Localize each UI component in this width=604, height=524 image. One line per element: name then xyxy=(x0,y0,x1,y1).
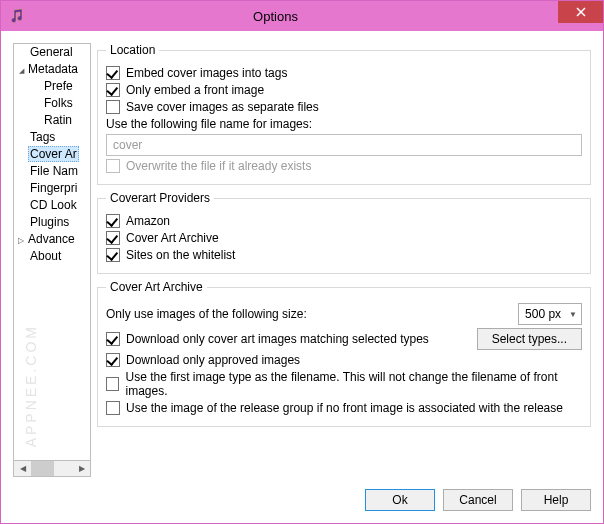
download-types-label: Download only cover art images matching … xyxy=(126,332,429,346)
tree-expand-icon[interactable]: ▷ xyxy=(16,232,26,249)
filename-input-row xyxy=(106,134,582,156)
tree-item[interactable]: Tags xyxy=(14,129,90,146)
whitelist-checkbox[interactable] xyxy=(106,248,120,262)
save-separate-checkbox[interactable] xyxy=(106,100,120,114)
size-value: 500 px xyxy=(525,307,561,321)
size-label: Only use images of the following size: xyxy=(106,307,307,321)
download-approved-checkbox[interactable] xyxy=(106,353,120,367)
options-window: Options General◢MetadataPrefeFolksRatinT… xyxy=(0,0,604,524)
scroll-thumb[interactable] xyxy=(31,461,54,476)
close-icon xyxy=(576,7,586,17)
use-release-group-row: Use the image of the release group if no… xyxy=(106,401,582,415)
tree-item-label: Ratin xyxy=(42,113,74,127)
filename-label: Use the following file name for images: xyxy=(106,117,312,131)
tree-item[interactable]: ▷Advance xyxy=(14,231,90,248)
download-types-row: Download only cover art images matching … xyxy=(106,328,582,350)
tree-item[interactable]: Folks xyxy=(14,95,90,112)
caa-provider-row: Cover Art Archive xyxy=(106,231,582,245)
use-first-type-checkbox[interactable] xyxy=(106,377,119,391)
caa-provider-label: Cover Art Archive xyxy=(126,231,219,245)
caa-legend: Cover Art Archive xyxy=(106,280,207,294)
tree-item[interactable]: ◢Metadata xyxy=(14,61,90,78)
tree-item[interactable]: Prefe xyxy=(14,78,90,95)
amazon-label: Amazon xyxy=(126,214,170,228)
tree-item[interactable]: Plugins xyxy=(14,214,90,231)
amazon-row: Amazon xyxy=(106,214,582,228)
tree-item-label: Metadata xyxy=(26,62,80,76)
overwrite-row: Overwrite the file if it already exists xyxy=(106,159,582,173)
embed-label: Embed cover images into tags xyxy=(126,66,287,80)
help-button[interactable]: Help xyxy=(521,489,591,511)
tree-item-label: Prefe xyxy=(42,79,75,93)
overwrite-label: Overwrite the file if it already exists xyxy=(126,159,311,173)
tree-wrap: General◢MetadataPrefeFolksRatinTagsCover… xyxy=(13,43,91,477)
tree-hscrollbar[interactable]: ◀ ▶ xyxy=(13,461,91,477)
providers-group: Coverart Providers Amazon Cover Art Arch… xyxy=(97,191,591,274)
amazon-checkbox[interactable] xyxy=(106,214,120,228)
download-approved-row: Download only approved images xyxy=(106,353,582,367)
select-types-button[interactable]: Select types... xyxy=(477,328,582,350)
main-panel: Location Embed cover images into tags On… xyxy=(97,43,591,477)
tree-item-label: Tags xyxy=(28,130,57,144)
body: General◢MetadataPrefeFolksRatinTagsCover… xyxy=(1,31,603,483)
tree-item-label: Fingerpri xyxy=(28,181,79,195)
tree-item-label: Plugins xyxy=(28,215,71,229)
location-group: Location Embed cover images into tags On… xyxy=(97,43,591,185)
whitelist-label: Sites on the whitelist xyxy=(126,248,235,262)
tree-item-label: Folks xyxy=(42,96,75,110)
use-release-group-checkbox[interactable] xyxy=(106,401,120,415)
tree-item[interactable]: File Nam xyxy=(14,163,90,180)
caa-provider-checkbox[interactable] xyxy=(106,231,120,245)
tree-item-label: CD Look xyxy=(28,198,79,212)
use-release-group-label: Use the image of the release group if no… xyxy=(126,401,563,415)
footer: Ok Cancel Help xyxy=(1,483,603,523)
window-title: Options xyxy=(0,9,558,24)
close-button[interactable] xyxy=(558,1,603,23)
overwrite-checkbox xyxy=(106,159,120,173)
tree-item[interactable]: Ratin xyxy=(14,112,90,129)
caa-group: Cover Art Archive Only use images of the… xyxy=(97,280,591,427)
providers-legend: Coverart Providers xyxy=(106,191,214,205)
embed-checkbox[interactable] xyxy=(106,66,120,80)
location-legend: Location xyxy=(106,43,159,57)
only-front-label: Only embed a front image xyxy=(126,83,264,97)
scroll-left-icon[interactable]: ◀ xyxy=(14,461,31,476)
download-approved-label: Download only approved images xyxy=(126,353,300,367)
tree-item-label: File Nam xyxy=(28,164,80,178)
save-separate-row: Save cover images as separate files xyxy=(106,100,582,114)
tree-item-label: Cover Ar xyxy=(28,146,79,162)
use-first-type-row: Use the first image type as the filename… xyxy=(106,370,582,398)
whitelist-row: Sites on the whitelist xyxy=(106,248,582,262)
embed-row: Embed cover images into tags xyxy=(106,66,582,80)
only-front-checkbox[interactable] xyxy=(106,83,120,97)
tree-item[interactable]: About xyxy=(14,248,90,265)
only-front-row: Only embed a front image xyxy=(106,83,582,97)
scroll-track[interactable] xyxy=(31,461,73,476)
tree-expand-icon[interactable]: ◢ xyxy=(16,62,26,79)
tree-item[interactable]: CD Look xyxy=(14,197,90,214)
scroll-right-icon[interactable]: ▶ xyxy=(73,461,90,476)
filename-label-row: Use the following file name for images: xyxy=(106,117,582,131)
tree-item[interactable]: Fingerpri xyxy=(14,180,90,197)
size-select[interactable]: 500 px ▼ xyxy=(518,303,582,325)
size-row: Only use images of the following size: 5… xyxy=(106,303,582,325)
tree-item[interactable]: Cover Ar xyxy=(14,146,90,163)
filename-input xyxy=(106,134,582,156)
download-types-checkbox[interactable] xyxy=(106,332,120,346)
tree-item-label: Advance xyxy=(26,232,77,246)
cancel-button[interactable]: Cancel xyxy=(443,489,513,511)
chevron-down-icon: ▼ xyxy=(569,310,577,319)
titlebar: Options xyxy=(1,1,603,31)
ok-button[interactable]: Ok xyxy=(365,489,435,511)
tree-item-label: General xyxy=(28,45,75,59)
use-first-type-label: Use the first image type as the filename… xyxy=(125,370,582,398)
save-separate-label: Save cover images as separate files xyxy=(126,100,319,114)
tree-item-label: About xyxy=(28,249,63,263)
tree-item[interactable]: General xyxy=(14,44,90,61)
nav-tree[interactable]: General◢MetadataPrefeFolksRatinTagsCover… xyxy=(13,43,91,461)
